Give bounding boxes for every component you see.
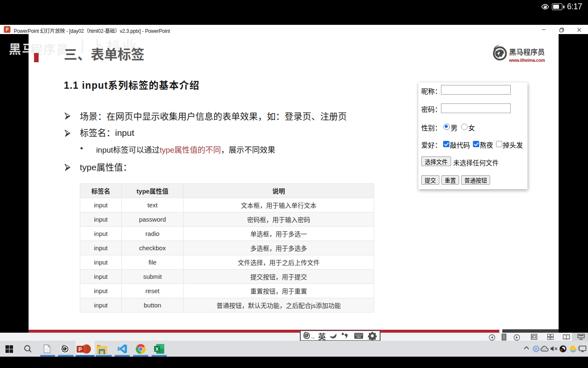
svg-text:X: X <box>155 347 159 352</box>
svg-text:P: P <box>79 347 82 352</box>
svg-text:P: P <box>6 27 9 32</box>
